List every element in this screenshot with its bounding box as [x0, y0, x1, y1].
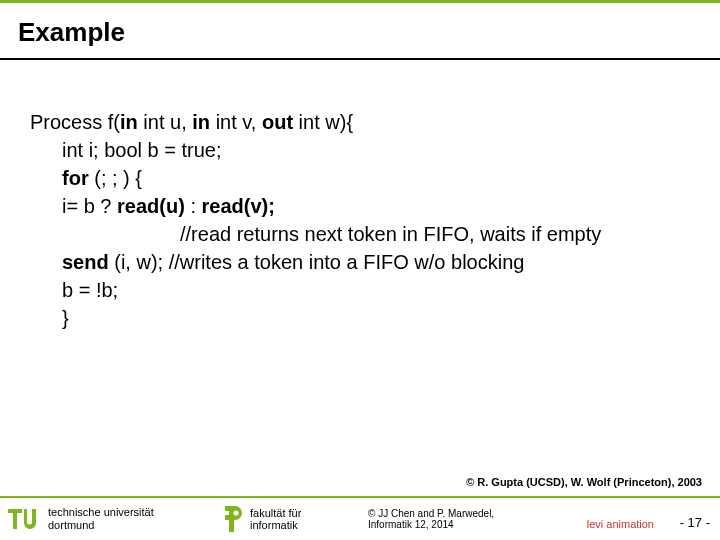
faculty-line1: fakultät für: [250, 507, 301, 519]
code-line-8: }: [30, 304, 702, 332]
copyright: © JJ Chen and P. Marwedel, Informatik 12…: [368, 508, 548, 530]
university-line1: technische universität: [48, 506, 154, 519]
footer: technische universität dortmund fakultät…: [0, 496, 720, 540]
code-block: Process f(in int u, in int v, out int w)…: [0, 60, 720, 332]
code-line-3: for (; ; ) {: [30, 164, 702, 192]
text: (i, w); //writes a token into a FIFO w/o…: [109, 251, 525, 273]
levi-animation-link[interactable]: levi animation: [587, 518, 654, 530]
keyword-send: send: [62, 251, 109, 273]
keyword-read: read(v);: [202, 195, 275, 217]
slide-credit: © R. Gupta (UCSD), W. Wolf (Princeton), …: [466, 476, 702, 488]
university-name: technische universität dortmund: [48, 506, 154, 531]
faculty-name: fakultät für informatik: [250, 507, 301, 531]
university-logo: technische universität dortmund: [0, 506, 218, 531]
page-num: 17: [688, 515, 702, 530]
code-line-4: i= b ? read(u) : read(v);: [30, 192, 702, 220]
text: int v,: [210, 111, 262, 133]
svg-rect-1: [13, 509, 17, 529]
page-number: - 17 -: [680, 515, 710, 530]
text: int w){: [293, 111, 353, 133]
fi-logo-icon: [218, 505, 244, 533]
copyright-line2: Informatik 12, 2014: [368, 519, 548, 530]
university-line2: dortmund: [48, 519, 154, 532]
keyword-for: for: [62, 167, 94, 189]
text: i= b ?: [62, 195, 117, 217]
code-line-5: //read returns next token in FIFO, waits…: [30, 220, 702, 248]
keyword-read: read(u): [117, 195, 190, 217]
page-prefix: -: [680, 515, 688, 530]
tu-logo-icon: [8, 507, 42, 531]
slide: Example Process f(in int u, in int v, ou…: [0, 0, 720, 540]
text: Process f(: [30, 111, 120, 133]
keyword-out: out: [262, 111, 293, 133]
text: (; ; ) {: [94, 167, 142, 189]
faculty-line2: informatik: [250, 519, 301, 531]
slide-title: Example: [0, 3, 720, 58]
code-line-1: Process f(in int u, in int v, out int w)…: [30, 108, 702, 136]
page-suffix: -: [702, 515, 710, 530]
text: :: [190, 195, 201, 217]
code-line-6: send (i, w); //writes a token into a FIF…: [30, 248, 702, 276]
code-line-2: int i; bool b = true;: [30, 136, 702, 164]
text: int u,: [138, 111, 192, 133]
faculty-block: fakultät für informatik: [218, 505, 368, 533]
svg-point-2: [233, 510, 238, 515]
code-line-7: b = !b;: [30, 276, 702, 304]
copyright-line1: © JJ Chen and P. Marwedel,: [368, 508, 548, 519]
keyword-in: in: [192, 111, 210, 133]
keyword-in: in: [120, 111, 138, 133]
